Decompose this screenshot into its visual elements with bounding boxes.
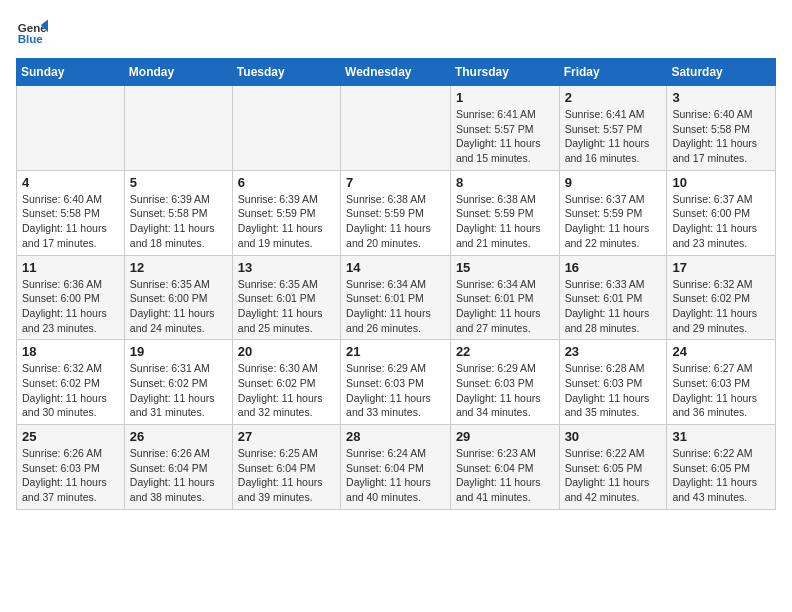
calendar-cell: 25Sunrise: 6:26 AM Sunset: 6:03 PM Dayli… (17, 425, 125, 510)
calendar-cell: 22Sunrise: 6:29 AM Sunset: 6:03 PM Dayli… (450, 340, 559, 425)
calendar-table: SundayMondayTuesdayWednesdayThursdayFrid… (16, 58, 776, 510)
day-info: Sunrise: 6:41 AM Sunset: 5:57 PM Dayligh… (565, 107, 662, 166)
calendar-cell: 23Sunrise: 6:28 AM Sunset: 6:03 PM Dayli… (559, 340, 667, 425)
day-info: Sunrise: 6:22 AM Sunset: 6:05 PM Dayligh… (565, 446, 662, 505)
day-number: 25 (22, 429, 119, 444)
calendar-cell: 10Sunrise: 6:37 AM Sunset: 6:00 PM Dayli… (667, 170, 776, 255)
day-info: Sunrise: 6:29 AM Sunset: 6:03 PM Dayligh… (456, 361, 554, 420)
calendar-cell: 8Sunrise: 6:38 AM Sunset: 5:59 PM Daylig… (450, 170, 559, 255)
calendar-cell: 30Sunrise: 6:22 AM Sunset: 6:05 PM Dayli… (559, 425, 667, 510)
logo-icon: General Blue (16, 16, 48, 48)
day-info: Sunrise: 6:39 AM Sunset: 5:58 PM Dayligh… (130, 192, 227, 251)
calendar-cell (124, 86, 232, 171)
calendar-week-4: 18Sunrise: 6:32 AM Sunset: 6:02 PM Dayli… (17, 340, 776, 425)
header-monday: Monday (124, 59, 232, 86)
calendar-cell: 27Sunrise: 6:25 AM Sunset: 6:04 PM Dayli… (232, 425, 340, 510)
calendar-cell: 9Sunrise: 6:37 AM Sunset: 5:59 PM Daylig… (559, 170, 667, 255)
calendar-cell (17, 86, 125, 171)
day-info: Sunrise: 6:32 AM Sunset: 6:02 PM Dayligh… (22, 361, 119, 420)
day-number: 16 (565, 260, 662, 275)
calendar-cell: 15Sunrise: 6:34 AM Sunset: 6:01 PM Dayli… (450, 255, 559, 340)
calendar-week-5: 25Sunrise: 6:26 AM Sunset: 6:03 PM Dayli… (17, 425, 776, 510)
calendar-cell: 3Sunrise: 6:40 AM Sunset: 5:58 PM Daylig… (667, 86, 776, 171)
header-saturday: Saturday (667, 59, 776, 86)
calendar-week-3: 11Sunrise: 6:36 AM Sunset: 6:00 PM Dayli… (17, 255, 776, 340)
day-info: Sunrise: 6:37 AM Sunset: 5:59 PM Dayligh… (565, 192, 662, 251)
day-info: Sunrise: 6:29 AM Sunset: 6:03 PM Dayligh… (346, 361, 445, 420)
calendar-cell: 7Sunrise: 6:38 AM Sunset: 5:59 PM Daylig… (341, 170, 451, 255)
day-number: 30 (565, 429, 662, 444)
day-number: 17 (672, 260, 770, 275)
calendar-cell: 4Sunrise: 6:40 AM Sunset: 5:58 PM Daylig… (17, 170, 125, 255)
day-info: Sunrise: 6:32 AM Sunset: 6:02 PM Dayligh… (672, 277, 770, 336)
day-number: 3 (672, 90, 770, 105)
day-info: Sunrise: 6:38 AM Sunset: 5:59 PM Dayligh… (346, 192, 445, 251)
day-info: Sunrise: 6:34 AM Sunset: 6:01 PM Dayligh… (346, 277, 445, 336)
day-number: 18 (22, 344, 119, 359)
day-number: 28 (346, 429, 445, 444)
calendar-cell: 17Sunrise: 6:32 AM Sunset: 6:02 PM Dayli… (667, 255, 776, 340)
logo: General Blue (16, 16, 52, 48)
day-info: Sunrise: 6:40 AM Sunset: 5:58 PM Dayligh… (672, 107, 770, 166)
calendar-cell: 20Sunrise: 6:30 AM Sunset: 6:02 PM Dayli… (232, 340, 340, 425)
day-number: 9 (565, 175, 662, 190)
day-number: 27 (238, 429, 335, 444)
header-thursday: Thursday (450, 59, 559, 86)
svg-text:Blue: Blue (18, 33, 44, 45)
day-number: 15 (456, 260, 554, 275)
day-info: Sunrise: 6:37 AM Sunset: 6:00 PM Dayligh… (672, 192, 770, 251)
day-number: 5 (130, 175, 227, 190)
day-number: 21 (346, 344, 445, 359)
day-info: Sunrise: 6:25 AM Sunset: 6:04 PM Dayligh… (238, 446, 335, 505)
day-number: 2 (565, 90, 662, 105)
calendar-cell: 21Sunrise: 6:29 AM Sunset: 6:03 PM Dayli… (341, 340, 451, 425)
day-number: 26 (130, 429, 227, 444)
calendar-cell: 28Sunrise: 6:24 AM Sunset: 6:04 PM Dayli… (341, 425, 451, 510)
day-number: 10 (672, 175, 770, 190)
calendar-cell: 5Sunrise: 6:39 AM Sunset: 5:58 PM Daylig… (124, 170, 232, 255)
header-friday: Friday (559, 59, 667, 86)
calendar-week-2: 4Sunrise: 6:40 AM Sunset: 5:58 PM Daylig… (17, 170, 776, 255)
calendar-cell: 24Sunrise: 6:27 AM Sunset: 6:03 PM Dayli… (667, 340, 776, 425)
day-info: Sunrise: 6:28 AM Sunset: 6:03 PM Dayligh… (565, 361, 662, 420)
calendar-cell (232, 86, 340, 171)
day-info: Sunrise: 6:34 AM Sunset: 6:01 PM Dayligh… (456, 277, 554, 336)
day-info: Sunrise: 6:35 AM Sunset: 6:00 PM Dayligh… (130, 277, 227, 336)
day-info: Sunrise: 6:38 AM Sunset: 5:59 PM Dayligh… (456, 192, 554, 251)
calendar-cell: 13Sunrise: 6:35 AM Sunset: 6:01 PM Dayli… (232, 255, 340, 340)
day-info: Sunrise: 6:41 AM Sunset: 5:57 PM Dayligh… (456, 107, 554, 166)
day-number: 31 (672, 429, 770, 444)
day-info: Sunrise: 6:35 AM Sunset: 6:01 PM Dayligh… (238, 277, 335, 336)
calendar-cell: 19Sunrise: 6:31 AM Sunset: 6:02 PM Dayli… (124, 340, 232, 425)
calendar-cell: 2Sunrise: 6:41 AM Sunset: 5:57 PM Daylig… (559, 86, 667, 171)
header-sunday: Sunday (17, 59, 125, 86)
day-info: Sunrise: 6:22 AM Sunset: 6:05 PM Dayligh… (672, 446, 770, 505)
day-info: Sunrise: 6:36 AM Sunset: 6:00 PM Dayligh… (22, 277, 119, 336)
day-number: 1 (456, 90, 554, 105)
day-info: Sunrise: 6:26 AM Sunset: 6:03 PM Dayligh… (22, 446, 119, 505)
day-info: Sunrise: 6:23 AM Sunset: 6:04 PM Dayligh… (456, 446, 554, 505)
header-tuesday: Tuesday (232, 59, 340, 86)
header-wednesday: Wednesday (341, 59, 451, 86)
day-number: 7 (346, 175, 445, 190)
day-info: Sunrise: 6:26 AM Sunset: 6:04 PM Dayligh… (130, 446, 227, 505)
day-number: 23 (565, 344, 662, 359)
day-info: Sunrise: 6:30 AM Sunset: 6:02 PM Dayligh… (238, 361, 335, 420)
day-number: 24 (672, 344, 770, 359)
day-number: 4 (22, 175, 119, 190)
calendar-cell (341, 86, 451, 171)
calendar-cell: 18Sunrise: 6:32 AM Sunset: 6:02 PM Dayli… (17, 340, 125, 425)
calendar-cell: 6Sunrise: 6:39 AM Sunset: 5:59 PM Daylig… (232, 170, 340, 255)
day-number: 29 (456, 429, 554, 444)
day-number: 12 (130, 260, 227, 275)
calendar-cell: 11Sunrise: 6:36 AM Sunset: 6:00 PM Dayli… (17, 255, 125, 340)
calendar-header-row: SundayMondayTuesdayWednesdayThursdayFrid… (17, 59, 776, 86)
day-number: 19 (130, 344, 227, 359)
calendar-cell: 12Sunrise: 6:35 AM Sunset: 6:00 PM Dayli… (124, 255, 232, 340)
calendar-cell: 31Sunrise: 6:22 AM Sunset: 6:05 PM Dayli… (667, 425, 776, 510)
day-number: 20 (238, 344, 335, 359)
calendar-cell: 16Sunrise: 6:33 AM Sunset: 6:01 PM Dayli… (559, 255, 667, 340)
day-info: Sunrise: 6:39 AM Sunset: 5:59 PM Dayligh… (238, 192, 335, 251)
day-number: 6 (238, 175, 335, 190)
day-info: Sunrise: 6:31 AM Sunset: 6:02 PM Dayligh… (130, 361, 227, 420)
